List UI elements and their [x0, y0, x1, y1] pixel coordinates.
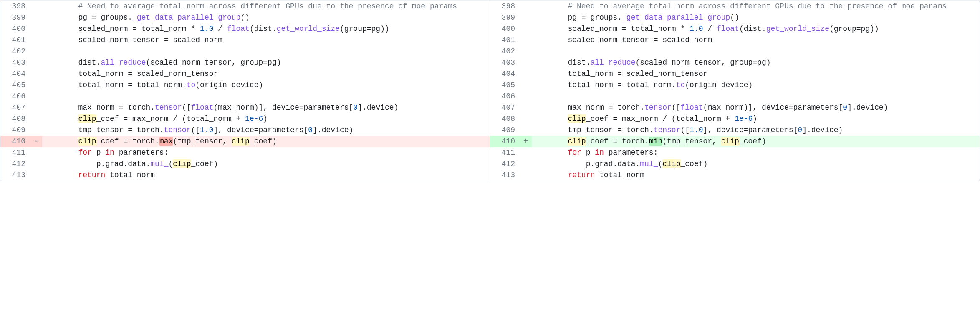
line-number[interactable]: 411	[490, 147, 520, 158]
line-number[interactable]: 407	[490, 102, 520, 113]
diff-line[interactable]: 400 scaled_norm = total_norm * 1.0 / flo…	[490, 23, 980, 35]
line-number[interactable]: 408	[0, 113, 30, 125]
diff-line[interactable]: 404 total_norm = scaled_norm_tensor	[0, 68, 490, 80]
code-cell[interactable]: p.grad.data.mul_(clip_coef)	[532, 158, 980, 170]
code-cell[interactable]: p.grad.data.mul_(clip_coef)	[42, 158, 490, 170]
diff-line[interactable]: 400 scaled_norm = total_norm * 1.0 / flo…	[0, 23, 490, 35]
line-number[interactable]: 402	[490, 46, 520, 57]
code-cell[interactable]	[42, 46, 490, 57]
diff-line[interactable]: 402	[0, 46, 490, 57]
code-cell[interactable]: # Need to average total_norm across diff…	[532, 1, 980, 12]
line-number[interactable]: 408	[490, 113, 520, 125]
diff-line[interactable]: 398 # Need to average total_norm across …	[490, 0, 980, 12]
diff-line[interactable]: 412 p.grad.data.mul_(clip_coef)	[490, 158, 980, 170]
code-cell[interactable]: return total_norm	[42, 170, 490, 181]
diff-line[interactable]: 408 clip_coef = max_norm / (total_norm +…	[490, 113, 980, 125]
diff-line[interactable]: 404 total_norm = scaled_norm_tensor	[490, 68, 980, 80]
line-number[interactable]: 411	[0, 147, 30, 158]
diff-line[interactable]: 410+ clip_coef = torch.min(tmp_tensor, c…	[490, 136, 980, 147]
diff-line[interactable]: 405 total_norm = total_norm.to(origin_de…	[0, 80, 490, 91]
line-number[interactable]: 399	[490, 12, 520, 23]
line-number[interactable]: 405	[0, 80, 30, 91]
code-cell[interactable]: pg = groups._get_data_parallel_group()	[532, 12, 980, 23]
diff-line[interactable]: 406	[0, 91, 490, 102]
diff-line[interactable]: 411 for p in parameters:	[490, 147, 980, 158]
line-number[interactable]: 400	[490, 23, 520, 35]
diff-line[interactable]: 399 pg = groups._get_data_parallel_group…	[490, 12, 980, 23]
diff-line[interactable]: 409 tmp_tensor = torch.tensor([1.0], dev…	[0, 125, 490, 136]
line-number[interactable]: 406	[0, 91, 30, 102]
line-number[interactable]: 409	[0, 125, 30, 136]
diff-line[interactable]: 406	[490, 91, 980, 102]
line-number[interactable]: 398	[0, 1, 30, 12]
diff-line[interactable]: 403 dist.all_reduce(scaled_norm_tensor, …	[490, 57, 980, 68]
code-cell[interactable]	[532, 46, 980, 57]
line-number[interactable]: 406	[490, 91, 520, 102]
code-cell[interactable]: dist.all_reduce(scaled_norm_tensor, grou…	[42, 57, 490, 68]
line-number[interactable]: 410	[0, 136, 30, 147]
line-number[interactable]: 398	[490, 1, 520, 12]
line-number[interactable]: 401	[0, 35, 30, 46]
code-cell[interactable]: max_norm = torch.tensor([float(max_norm)…	[42, 102, 490, 113]
diff-line[interactable]: 401 scaled_norm_tensor = scaled_norm	[0, 35, 490, 46]
code-cell[interactable]: dist.all_reduce(scaled_norm_tensor, grou…	[532, 57, 980, 68]
line-number[interactable]: 401	[490, 35, 520, 46]
diff-line[interactable]: 411 for p in parameters:	[0, 147, 490, 158]
line-number[interactable]: 410	[490, 136, 520, 147]
line-number[interactable]: 405	[490, 80, 520, 91]
diff-line[interactable]: 405 total_norm = total_norm.to(origin_de…	[490, 80, 980, 91]
diff-line[interactable]: 407 max_norm = torch.tensor([float(max_n…	[0, 102, 490, 113]
line-number[interactable]: 409	[490, 125, 520, 136]
line-number[interactable]: 403	[490, 57, 520, 68]
diff-line[interactable]: 412 p.grad.data.mul_(clip_coef)	[0, 158, 490, 170]
diff-marker	[520, 1, 532, 12]
diff-line[interactable]: 409 tmp_tensor = torch.tensor([1.0], dev…	[490, 125, 980, 136]
diff-line[interactable]: 413 return total_norm	[490, 170, 980, 181]
code-cell[interactable]: return total_norm	[532, 170, 980, 181]
code-cell[interactable]: for p in parameters:	[42, 147, 490, 158]
line-number[interactable]: 400	[0, 23, 30, 35]
line-number[interactable]: 412	[490, 158, 520, 170]
code-cell[interactable]: scaled_norm = total_norm * 1.0 / float(d…	[532, 23, 980, 35]
code-cell[interactable]: total_norm = total_norm.to(origin_device…	[532, 80, 980, 91]
code-cell[interactable]: clip_coef = torch.min(tmp_tensor, clip_c…	[532, 136, 980, 147]
code-cell[interactable]: scaled_norm_tensor = scaled_norm	[42, 35, 490, 46]
diff-line[interactable]: 403 dist.all_reduce(scaled_norm_tensor, …	[0, 57, 490, 68]
code-cell[interactable]	[532, 91, 980, 102]
diff-split-view: 398 # Need to average total_norm across …	[0, 0, 980, 181]
code-cell[interactable]: scaled_norm = total_norm * 1.0 / float(d…	[42, 23, 490, 35]
code-cell[interactable]: total_norm = scaled_norm_tensor	[42, 68, 490, 80]
line-number[interactable]: 403	[0, 57, 30, 68]
code-cell[interactable]: tmp_tensor = torch.tensor([1.0], device=…	[42, 125, 490, 136]
code-cell[interactable]: for p in parameters:	[532, 147, 980, 158]
diff-line[interactable]: 413 return total_norm	[0, 170, 490, 181]
code-cell[interactable]: scaled_norm_tensor = scaled_norm	[532, 35, 980, 46]
code-cell[interactable]: max_norm = torch.tensor([float(max_norm)…	[532, 102, 980, 113]
diff-line[interactable]: 410- clip_coef = torch.max(tmp_tensor, c…	[0, 136, 490, 147]
line-number[interactable]: 412	[0, 158, 30, 170]
line-number[interactable]: 413	[490, 170, 520, 181]
diff-line[interactable]: 408 clip_coef = max_norm / (total_norm +…	[0, 113, 490, 125]
diff-line[interactable]: 407 max_norm = torch.tensor([float(max_n…	[490, 102, 980, 113]
code-cell[interactable]: total_norm = scaled_norm_tensor	[532, 68, 980, 80]
code-cell[interactable]: pg = groups._get_data_parallel_group()	[42, 12, 490, 23]
code-cell[interactable]: clip_coef = torch.max(tmp_tensor, clip_c…	[42, 136, 490, 147]
line-number[interactable]: 404	[490, 68, 520, 80]
diff-line[interactable]: 399 pg = groups._get_data_parallel_group…	[0, 12, 490, 23]
diff-marker	[520, 113, 532, 125]
diff-marker	[520, 158, 532, 170]
code-cell[interactable]: clip_coef = max_norm / (total_norm + 1e-…	[42, 113, 490, 125]
diff-line[interactable]: 398 # Need to average total_norm across …	[0, 0, 490, 12]
diff-line[interactable]: 401 scaled_norm_tensor = scaled_norm	[490, 35, 980, 46]
code-cell[interactable]: clip_coef = max_norm / (total_norm + 1e-…	[532, 113, 980, 125]
diff-line[interactable]: 402	[490, 46, 980, 57]
code-cell[interactable]: total_norm = total_norm.to(origin_device…	[42, 80, 490, 91]
line-number[interactable]: 402	[0, 46, 30, 57]
code-cell[interactable]: tmp_tensor = torch.tensor([1.0], device=…	[532, 125, 980, 136]
line-number[interactable]: 407	[0, 102, 30, 113]
line-number[interactable]: 404	[0, 68, 30, 80]
code-cell[interactable]	[42, 91, 490, 102]
line-number[interactable]: 413	[0, 170, 30, 181]
line-number[interactable]: 399	[0, 12, 30, 23]
code-cell[interactable]: # Need to average total_norm across diff…	[42, 1, 490, 12]
